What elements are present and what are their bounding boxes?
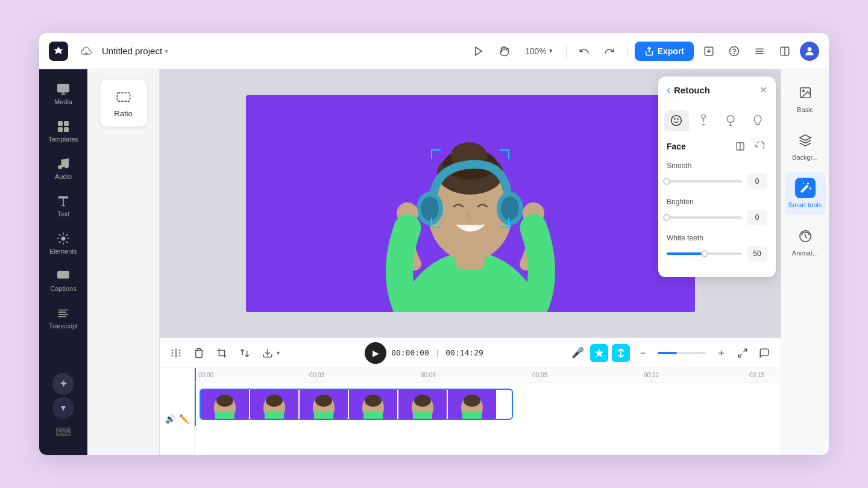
minus-zoom-button[interactable]: － xyxy=(634,344,652,362)
main-area: ‹ Retouch ✕ xyxy=(160,69,781,455)
timeline-right-controls: 🎤 － ＋ xyxy=(568,344,773,362)
sidebar-item-captions[interactable]: Captions xyxy=(43,263,84,298)
white-teeth-track[interactable] xyxy=(667,252,742,255)
playhead-line xyxy=(195,383,196,426)
volume-icon: 🔊 xyxy=(165,414,175,424)
ruler-mark-5: 00:15 xyxy=(749,372,764,378)
svg-rect-71 xyxy=(413,411,432,419)
svg-point-58 xyxy=(266,395,283,407)
retouch-active-button[interactable] xyxy=(590,344,608,362)
right-panel-animation[interactable]: Animat... xyxy=(785,220,826,263)
smooth-slider-ctrl: 0 xyxy=(667,174,767,189)
body: Media Templates Audio Text xyxy=(39,69,829,455)
video-thumb-1 xyxy=(201,390,249,419)
svg-rect-75 xyxy=(462,411,482,419)
video-canvas xyxy=(246,95,695,312)
retouch-back-button[interactable]: ‹ xyxy=(667,84,670,96)
retouch-tab-body[interactable] xyxy=(691,110,716,131)
ruler-mark-4: 00:12 xyxy=(644,372,659,378)
right-panel-basic[interactable]: Basic xyxy=(785,77,826,119)
delete-button[interactable] xyxy=(190,344,208,362)
play-preview-button[interactable] xyxy=(468,41,489,61)
undo-button[interactable] xyxy=(574,41,594,61)
sidebar-templates-label: Templates xyxy=(48,136,78,143)
svg-point-10 xyxy=(808,47,812,51)
svg-point-44 xyxy=(671,116,682,126)
sidebar-item-media[interactable]: Media xyxy=(43,77,84,111)
right-panel-smart-tools[interactable]: Smart tools xyxy=(785,172,826,215)
timeline-ruler: 00:00 00:03 00:06 xyxy=(195,368,781,383)
sidebar-item-text[interactable]: Text xyxy=(43,189,84,224)
hand-tool-button[interactable] xyxy=(494,41,514,61)
svg-rect-59 xyxy=(265,411,284,419)
smooth-label: Smooth xyxy=(667,161,767,170)
sidebar-audio-label: Audio xyxy=(55,173,72,180)
ruler-mark-0: 00:00 xyxy=(198,372,213,378)
microphone-button[interactable]: 🎤 xyxy=(568,344,587,362)
sidebar-item-templates[interactable]: Templates xyxy=(43,114,84,149)
svg-rect-11 xyxy=(58,84,69,92)
sidebar-bottom: ✦ ▼ ⌨ xyxy=(52,373,74,448)
right-panel-background[interactable]: Backgr... xyxy=(785,124,826,167)
zoom-track[interactable] xyxy=(658,352,706,354)
flip-button[interactable] xyxy=(236,344,254,362)
split-view-button[interactable] xyxy=(775,41,795,61)
reset-button[interactable] xyxy=(752,139,767,154)
play-button[interactable]: ▶ xyxy=(365,342,386,364)
help-button[interactable] xyxy=(724,41,744,61)
sidebar-transcript-label: Transcript xyxy=(49,322,78,330)
plus-zoom-button[interactable]: ＋ xyxy=(712,344,730,362)
user-avatar[interactable] xyxy=(800,42,819,61)
retouch-tab-face[interactable] xyxy=(664,110,689,131)
face-detection-box xyxy=(431,149,509,228)
magic-icon xyxy=(795,178,816,198)
video-thumb-2 xyxy=(250,390,298,419)
svg-point-66 xyxy=(365,395,382,407)
more-options-button[interactable] xyxy=(749,41,770,61)
comment-button[interactable] xyxy=(755,344,773,362)
white-teeth-slider-row: White teeth 50 xyxy=(667,234,767,261)
video-thumb-5 xyxy=(398,390,447,419)
sidebar-item-transcript[interactable]: Transcript xyxy=(43,301,84,336)
sidebar-item-audio[interactable]: Audio xyxy=(43,151,84,186)
split-clip-button[interactable] xyxy=(167,344,185,362)
sidebar-elements-label: Elements xyxy=(49,248,77,255)
white-teeth-slider-ctrl: 50 xyxy=(667,246,767,261)
download-button[interactable] xyxy=(259,344,277,362)
brighten-track[interactable] xyxy=(667,216,742,219)
svg-point-74 xyxy=(464,395,480,407)
smooth-slider-row: Smooth 0 xyxy=(667,161,767,189)
chevron-down-icon: ▾ xyxy=(165,47,168,55)
svg-marker-78 xyxy=(799,135,810,140)
export-button[interactable]: Export xyxy=(635,42,694,61)
svg-point-77 xyxy=(802,90,804,92)
cloud-save-button[interactable] xyxy=(77,42,96,61)
white-teeth-value: 50 xyxy=(747,246,767,261)
brighten-slider-row: Brighten 0 xyxy=(667,198,767,225)
favorites-button[interactable]: ✦ xyxy=(52,373,74,395)
collapse-button[interactable]: ▼ xyxy=(52,397,74,419)
image-icon xyxy=(795,83,816,103)
header: Untitled project ▾ 100% ▾ xyxy=(39,33,829,69)
expand-timeline-button[interactable] xyxy=(734,344,752,362)
retouch-tab-skin[interactable] xyxy=(719,110,743,131)
project-name[interactable]: Untitled project ▾ xyxy=(102,46,168,56)
add-to-project-button[interactable] xyxy=(699,41,719,61)
zoom-control[interactable]: 100% ▾ xyxy=(519,41,559,61)
smooth-track[interactable] xyxy=(667,180,742,183)
keyboard-shortcuts-button[interactable]: ⌨ xyxy=(52,421,74,443)
brighten-value: 0 xyxy=(747,210,767,225)
retouch-close-button[interactable]: ✕ xyxy=(760,84,767,96)
sidebar-item-elements[interactable]: Elements xyxy=(43,226,84,261)
crop-button[interactable] xyxy=(213,344,231,362)
split-active-button[interactable] xyxy=(612,344,630,362)
svg-rect-15 xyxy=(64,122,68,125)
retouch-tab-hair[interactable] xyxy=(745,110,770,131)
ratio-button[interactable]: Ratio xyxy=(99,79,148,127)
compare-button[interactable] xyxy=(732,139,748,154)
video-thumb-3 xyxy=(300,390,348,419)
video-track[interactable] xyxy=(200,389,513,420)
svg-rect-5 xyxy=(755,48,764,49)
retouch-panel: ‹ Retouch ✕ xyxy=(658,77,776,277)
redo-button[interactable] xyxy=(599,41,620,61)
